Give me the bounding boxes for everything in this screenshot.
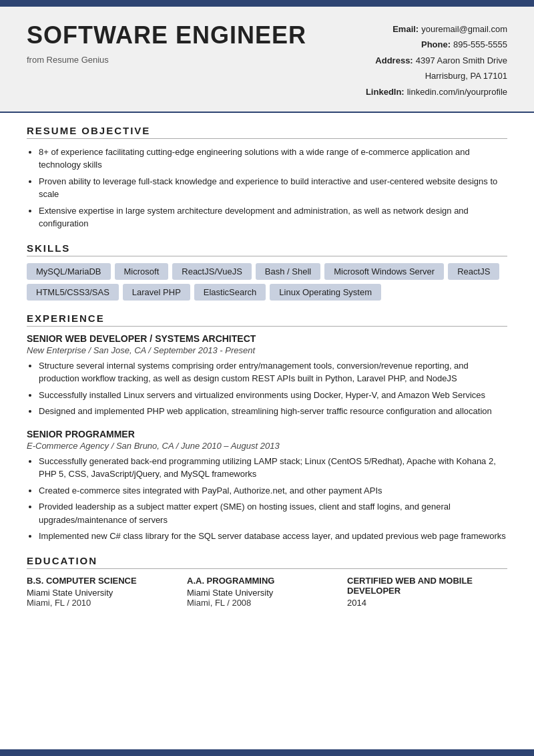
objective-section: RESUME OBJECTIVE 8+ of experience facili… [27, 125, 507, 230]
resume-source: from Resume Genius [27, 55, 306, 65]
email-label: Email: [392, 21, 419, 37]
education-title: EDUCATION [27, 555, 507, 569]
address-line: Address: 4397 Aaron Smith Drive Harrisbu… [354, 53, 507, 84]
main-content: RESUME OBJECTIVE 8+ of experience facili… [0, 113, 534, 640]
edu-1-degree: B.S. COMPUTER SCIENCE [27, 576, 187, 586]
address-value: 4397 Aaron Smith Drive Harrisburg, PA 17… [416, 53, 507, 84]
education-grid: B.S. COMPUTER SCIENCE Miami State Univer… [27, 576, 507, 608]
edu-2-school: Miami State University [187, 588, 347, 598]
skill-tag: MySQL/MariaDB [27, 263, 111, 280]
objective-bullet-2: Proven ability to leverage full-stack kn… [39, 175, 507, 201]
skill-tag: ReactJS [448, 263, 499, 280]
phone-line: Phone: 895-555-5555 [354, 37, 507, 52]
address-line2: Harrisburg, PA 17101 [425, 71, 507, 81]
skill-tag: HTML5/CSS3/SAS [27, 284, 119, 301]
linkedin-line: LinkedIn: linkedin.com/in/yourprofile [354, 84, 507, 100]
job-title: SOFTWARE ENGINEER [27, 21, 306, 49]
job-1-bullets: Structure several internal systems compr… [39, 359, 507, 418]
address-label: Address: [375, 53, 413, 84]
resume-page: SOFTWARE ENGINEER from Resume Genius Ema… [0, 0, 534, 756]
job-2-bullet-3: Provided leadership as a subject matter … [39, 500, 507, 526]
job-1-company: New Enterprise / San Jose, CA / Septembe… [27, 345, 507, 355]
edu-2-location: Miami, FL / 2008 [187, 598, 347, 608]
top-decorative-bar [0, 0, 534, 7]
email-line: Email: youremail@gmail.com [354, 21, 507, 37]
skill-tag: Linux Operating System [270, 284, 381, 301]
experience-section: EXPERIENCE SENIOR WEB DEVELOPER / SYSTEM… [27, 313, 507, 543]
education-section: EDUCATION B.S. COMPUTER SCIENCE Miami St… [27, 555, 507, 608]
linkedin-value: linkedin.com/in/yourprofile [407, 84, 507, 100]
skills-grid: MySQL/MariaDB Microsoft ReactJS/VueJS Ba… [27, 263, 507, 301]
job-1-bullet-2: Successfully installed Linux servers and… [39, 389, 507, 402]
job-2-bullets: Successfully generated back-end programm… [39, 455, 507, 543]
skills-title: SKILLS [27, 242, 507, 256]
phone-value: 895-555-5555 [453, 37, 507, 52]
edu-2-degree: A.A. PROGRAMMING [187, 576, 347, 586]
phone-label: Phone: [421, 37, 451, 52]
edu-1-school: Miami State University [27, 588, 187, 598]
job-2: SENIOR PROGRAMMER E-Commerce Agency / Sa… [27, 429, 507, 543]
objective-bullet-1: 8+ of experience facilitating cutting-ed… [39, 146, 507, 172]
job-1: SENIOR WEB DEVELOPER / SYSTEMS ARCHITECT… [27, 333, 507, 418]
job-2-bullet-4: Implemented new C# class library for the… [39, 530, 507, 543]
job-2-title: SENIOR PROGRAMMER [27, 429, 507, 439]
job-1-bullet-1: Structure several internal systems compr… [39, 359, 507, 385]
skills-section: SKILLS MySQL/MariaDB Microsoft ReactJS/V… [27, 242, 507, 301]
email-value: youremail@gmail.com [421, 21, 507, 37]
skill-tag: Microsoft [115, 263, 169, 280]
linkedin-label: LinkedIn: [366, 84, 405, 100]
edu-3-year: 2014 [347, 598, 507, 608]
contact-info: Email: youremail@gmail.com Phone: 895-55… [354, 21, 507, 100]
skill-tag: Bash / Shell [256, 263, 320, 280]
skill-tag: ElasticSearch [194, 284, 266, 301]
objective-bullet-3: Extensive expertise in large system arch… [39, 204, 507, 230]
edu-1-location: Miami, FL / 2010 [27, 598, 187, 608]
job-2-company: E-Commerce Agency / San Bruno, CA / June… [27, 441, 507, 451]
experience-title: EXPERIENCE [27, 313, 507, 327]
skill-tag: Laravel PHP [123, 284, 190, 301]
header-left: SOFTWARE ENGINEER from Resume Genius [27, 21, 306, 65]
skill-tag: ReactJS/VueJS [172, 263, 252, 280]
objective-list: 8+ of experience facilitating cutting-ed… [39, 146, 507, 230]
edu-item-1: B.S. COMPUTER SCIENCE Miami State Univer… [27, 576, 187, 608]
edu-item-3: CERTIFIED WEB AND MOBILE DEVELOPER 2014 [347, 576, 507, 608]
job-1-title: SENIOR WEB DEVELOPER / SYSTEMS ARCHITECT [27, 333, 507, 344]
job-2-bullet-1: Successfully generated back-end programm… [39, 455, 507, 481]
job-1-bullet-3: Designed and implemented PHP web applica… [39, 405, 507, 418]
objective-title: RESUME OBJECTIVE [27, 125, 507, 139]
skill-tag: Microsoft Windows Server [324, 263, 444, 280]
header-section: SOFTWARE ENGINEER from Resume Genius Ema… [0, 7, 534, 113]
edu-3-degree: CERTIFIED WEB AND MOBILE DEVELOPER [347, 576, 507, 596]
bottom-decorative-bar [0, 749, 534, 756]
edu-item-2: A.A. PROGRAMMING Miami State University … [187, 576, 347, 608]
address-line1: 4397 Aaron Smith Drive [416, 55, 507, 65]
job-2-bullet-2: Created e-commerce sites integrated with… [39, 484, 507, 498]
